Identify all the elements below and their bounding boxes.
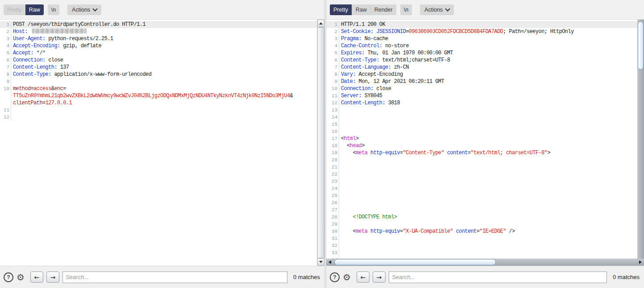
newline-toggle-button[interactable]: \n — [48, 4, 59, 15]
code-token: = — [400, 228, 403, 235]
search-bar: ? ⚙ ← → 0 matches — [326, 266, 644, 288]
help-icon[interactable]: ? — [330, 272, 340, 282]
code-line: 18 <head> — [326, 142, 637, 149]
line-number: 10 — [0, 85, 11, 92]
code-text: <meta http-equiv="Content-Type" content=… — [339, 149, 637, 156]
code-token: access — [33, 86, 51, 92]
code-text: Vary: Accept-Encoding — [339, 71, 637, 78]
code-line: 5Accept: */* — [0, 49, 317, 57]
scroll-right-button[interactable] — [638, 260, 643, 264]
triangle-left-icon — [328, 260, 331, 264]
help-icon[interactable]: ? — [4, 272, 13, 282]
code-line: 16 — [326, 128, 637, 135]
code-line: 4Cache-Control: no-store — [326, 42, 637, 49]
code-text: Content-Length: 137 — [11, 64, 317, 71]
tab-pretty[interactable]: Pretty — [4, 4, 25, 15]
code-token: 096386903CD052FDCBCD5D8B4FDA7ADD — [409, 29, 503, 35]
tab-raw[interactable]: Raw — [25, 4, 44, 15]
search-next-button[interactable]: → — [46, 272, 59, 283]
line-number: 8 — [326, 71, 339, 78]
code-token: = — [42, 100, 46, 106]
request-panel: Pretty Raw \n Actions 1POST /seeyon/thir… — [0, 0, 324, 288]
actions-button[interactable]: Actions — [420, 4, 454, 15]
code-line: 12Content-Length: 3818 — [326, 99, 637, 107]
code-line: 6Content-Type: text/html;charset=UTF-8 — [326, 57, 637, 64]
response-editor[interactable]: 1HTTP/1.1 200 OK2Set-Cookie: JSESSIONID=… — [326, 20, 644, 266]
request-editor[interactable]: 1POST /seeyon/thirdpartyController.do HT… — [0, 20, 324, 266]
settings-gear-icon[interactable]: ⚙ — [17, 273, 25, 282]
code-token: text/html;charset=UTF-8 — [379, 57, 450, 63]
line-number: 25 — [326, 192, 339, 199]
code-token: < — [341, 136, 344, 142]
actions-button[interactable]: Actions — [67, 4, 101, 15]
code-token: Content-Type: — [13, 71, 51, 78]
scroll-up-button[interactable] — [317, 20, 324, 27]
code-line: 11 — [0, 107, 317, 114]
line-number: 7 — [0, 64, 11, 71]
code-token: Server: — [341, 93, 361, 99]
search-prev-button[interactable]: ← — [357, 272, 370, 283]
view-mode-tabs: Pretty Raw — [4, 4, 44, 15]
code-line: 10Connection: close — [326, 85, 637, 92]
line-number: 2 — [326, 28, 339, 35]
code-token — [28, 29, 31, 35]
scroll-left-button[interactable] — [328, 260, 332, 264]
vertical-scrollbar[interactable] — [317, 20, 324, 266]
line-number: 6 — [326, 57, 339, 64]
code-text: Connection: close — [339, 85, 637, 92]
code-line: 31 — [326, 235, 637, 242]
code-line: 21 — [326, 164, 637, 171]
code-token: Content-Length: — [13, 64, 57, 70]
code-token: TT5uZnR0YmhmL21qb2wvZXBkL2dwbWVmcy9wcWZv… — [13, 93, 290, 99]
code-line: TT5uZnR0YmhmL21qb2wvZXBkL2dwbWVmcy9wcWZv… — [0, 92, 317, 99]
code-token: No-cache — [361, 36, 388, 42]
line-number: 29 — [326, 221, 339, 228]
code-text — [339, 192, 637, 199]
code-token: JSESSIONID — [376, 29, 406, 35]
code-text: POST /seeyon/thirdpartyController.do HTT… — [11, 21, 317, 28]
code-token: < — [347, 143, 350, 149]
line-number: 8 — [0, 71, 11, 78]
code-text: Host: — [11, 28, 317, 35]
search-next-button[interactable]: → — [373, 272, 386, 283]
code-token: User-Agent: — [13, 36, 46, 42]
search-input[interactable] — [389, 272, 607, 283]
match-count: 0 matches — [291, 274, 320, 280]
code-line: 27 — [326, 206, 637, 214]
tab-render[interactable]: Render — [370, 4, 396, 15]
code-line: 6Connection: close — [0, 57, 317, 64]
line-number: 33 — [326, 249, 339, 256]
scrollbar-thumb[interactable] — [334, 259, 496, 265]
line-number: 20 — [326, 156, 339, 164]
line-number: 5 — [0, 49, 11, 57]
settings-gear-icon[interactable]: ⚙ — [343, 273, 351, 282]
code-token — [453, 228, 456, 235]
scroll-down-button[interactable] — [317, 258, 324, 266]
code-text — [339, 156, 637, 164]
code-text: Connection: close — [11, 57, 317, 64]
search-input[interactable] — [62, 272, 287, 283]
line-number: 21 — [326, 164, 339, 171]
search-prev-button[interactable]: ← — [30, 272, 43, 283]
code-token: close — [46, 57, 63, 63]
code-text: <meta http-equiv="X-UA-Compatible" conte… — [339, 228, 637, 235]
newline-toggle-button[interactable]: \n — [400, 4, 412, 15]
code-token: 127.0.0.1 — [46, 100, 72, 106]
code-line: 19 <meta http-equiv="Content-Type" conte… — [326, 149, 637, 156]
scrollbar-thumb[interactable] — [638, 21, 644, 70]
code-text: Accept-Encoding: gzip, deflate — [11, 42, 317, 49]
scrollbar-thumb[interactable] — [317, 27, 324, 258]
code-text: HTTP/1.1 200 OK — [339, 21, 637, 28]
line-number: 17 — [326, 135, 339, 142]
vertical-scrollbar[interactable] — [637, 20, 644, 259]
code-text — [339, 121, 637, 128]
tab-raw[interactable]: Raw — [352, 4, 370, 15]
code-token: Connection: — [13, 57, 46, 63]
code-token: Pragma: — [341, 36, 361, 42]
code-text — [339, 171, 637, 178]
code-token: Accept: — [13, 50, 33, 56]
code-line: 10method=access&enc= — [0, 85, 317, 92]
tab-pretty[interactable]: Pretty — [330, 4, 352, 15]
horizontal-scrollbar[interactable] — [326, 259, 644, 266]
code-text — [11, 107, 317, 114]
